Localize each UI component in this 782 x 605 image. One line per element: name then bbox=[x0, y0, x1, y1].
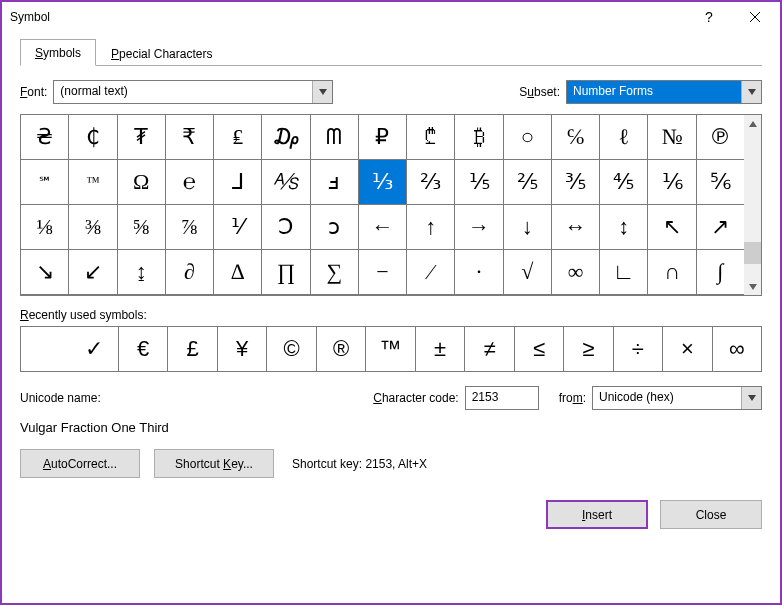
symbol-cell[interactable]: ᗰ bbox=[311, 115, 359, 160]
symbol-cell[interactable]: ∕ bbox=[407, 250, 455, 295]
symbol-cell[interactable]: ₽ bbox=[359, 115, 407, 160]
symbol-cell[interactable]: ↕ bbox=[600, 205, 648, 250]
recent-symbol-cell[interactable]: ✓ bbox=[69, 327, 118, 371]
symbol-cell[interactable]: ← bbox=[359, 205, 407, 250]
symbol-cell[interactable]: ℮ bbox=[166, 160, 214, 205]
symbol-cell[interactable]: ↙ bbox=[69, 250, 117, 295]
symbol-cell[interactable]: ₿ bbox=[455, 115, 503, 160]
symbol-cell[interactable]: ⅘ bbox=[600, 160, 648, 205]
recent-symbol-cell[interactable]: ® bbox=[317, 327, 366, 371]
font-dropdown-button[interactable] bbox=[312, 81, 332, 103]
char-code-label: Character code: bbox=[373, 391, 458, 405]
symbol-cell[interactable]: ⅜ bbox=[69, 205, 117, 250]
symbol-cell[interactable]: ₵ bbox=[69, 115, 117, 160]
symbol-cell[interactable]: ∑ bbox=[311, 250, 359, 295]
symbol-cell[interactable]: ℠ bbox=[21, 160, 69, 205]
scroll-thumb[interactable] bbox=[744, 242, 761, 264]
symbol-cell[interactable]: ℓ bbox=[600, 115, 648, 160]
symbol-cell[interactable]: ○ bbox=[504, 115, 552, 160]
symbol-cell[interactable]: ₯ bbox=[262, 115, 310, 160]
symbol-cell[interactable]: ₹ bbox=[166, 115, 214, 160]
from-combobox[interactable]: Unicode (hex) bbox=[592, 386, 762, 410]
symbol-cell[interactable]: ∏ bbox=[262, 250, 310, 295]
unicode-name-value: Vulgar Fraction One Third bbox=[20, 420, 762, 435]
close-button[interactable]: Close bbox=[660, 500, 762, 529]
recent-symbol-cell[interactable]: ¥ bbox=[218, 327, 267, 371]
symbol-cell[interactable]: ↄ bbox=[311, 205, 359, 250]
recent-symbol-cell[interactable]: ÷ bbox=[614, 327, 663, 371]
symbol-cell[interactable]: ∂ bbox=[166, 250, 214, 295]
symbol-cell[interactable]: ℅ bbox=[552, 115, 600, 160]
symbol-cell[interactable]: − bbox=[359, 250, 407, 295]
recent-symbol-cell[interactable]: × bbox=[663, 327, 712, 371]
help-button[interactable]: ? bbox=[686, 2, 732, 32]
symbol-cell[interactable]: Ↄ bbox=[262, 205, 310, 250]
close-window-button[interactable] bbox=[732, 2, 778, 32]
recent-symbol-cell[interactable]: € bbox=[119, 327, 168, 371]
scroll-down-button[interactable] bbox=[744, 278, 761, 295]
symbol-cell[interactable]: ⅎ bbox=[311, 160, 359, 205]
symbol-cell[interactable]: ∞ bbox=[552, 250, 600, 295]
symbol-cell[interactable]: ∆ bbox=[214, 250, 262, 295]
symbol-cell[interactable]: ⅝ bbox=[118, 205, 166, 250]
char-code-input[interactable]: 2153 bbox=[465, 386, 539, 410]
symbol-cell[interactable]: ⅛ bbox=[21, 205, 69, 250]
recent-symbol-cell[interactable]: ≠ bbox=[465, 327, 514, 371]
symbol-cell[interactable]: ∟ bbox=[600, 250, 648, 295]
symbol-cell[interactable]: → bbox=[455, 205, 503, 250]
symbol-cell[interactable]: ⅗ bbox=[552, 160, 600, 205]
symbol-cell[interactable]: ↗ bbox=[697, 205, 744, 250]
recent-symbol-cell[interactable]: © bbox=[267, 327, 316, 371]
symbol-cell[interactable]: ↓ bbox=[504, 205, 552, 250]
recent-symbol-cell[interactable]: ≥ bbox=[564, 327, 613, 371]
recent-symbol-cell[interactable]: ∞ bbox=[713, 327, 761, 371]
symbol-cell[interactable]: ⅕ bbox=[455, 160, 503, 205]
recent-symbol-cell[interactable]: ™ bbox=[366, 327, 415, 371]
scroll-up-button[interactable] bbox=[744, 115, 761, 132]
symbol-cell[interactable]: ∙ bbox=[455, 250, 503, 295]
scroll-track[interactable] bbox=[744, 132, 761, 278]
tab-symbols[interactable]: Symbols bbox=[20, 39, 96, 66]
font-combobox[interactable]: (normal text) bbox=[53, 80, 333, 104]
symbol-cell[interactable]: ⅓ bbox=[359, 160, 407, 205]
symbol-cell[interactable]: № bbox=[648, 115, 696, 160]
symbol-cell[interactable]: ₮ bbox=[118, 115, 166, 160]
symbol-cell[interactable]: ↔ bbox=[552, 205, 600, 250]
symbol-cell[interactable]: ∫ bbox=[697, 250, 744, 295]
symbol-cell[interactable]: ⅖ bbox=[504, 160, 552, 205]
recent-symbol-cell[interactable] bbox=[21, 327, 69, 371]
symbol-cell[interactable]: ₾ bbox=[407, 115, 455, 160]
symbol-cell[interactable]: ™ bbox=[69, 160, 117, 205]
symbol-cell[interactable]: ⅙ bbox=[648, 160, 696, 205]
symbol-cell[interactable]: ₤ bbox=[214, 115, 262, 160]
symbol-cell[interactable]: ⅍ bbox=[262, 160, 310, 205]
recent-symbol-cell[interactable]: ± bbox=[416, 327, 465, 371]
recent-symbol-cell[interactable]: £ bbox=[168, 327, 217, 371]
close-icon bbox=[750, 12, 760, 22]
symbol-cell[interactable]: ℗ bbox=[697, 115, 744, 160]
grid-scrollbar[interactable] bbox=[744, 115, 761, 295]
chevron-down-icon bbox=[319, 89, 327, 95]
recent-symbols-row: ✓€£¥©®™±≠≤≥÷×∞ bbox=[20, 326, 762, 372]
symbol-cell[interactable]: ⅔ bbox=[407, 160, 455, 205]
tab-special-characters[interactable]: Ppecial Characters bbox=[96, 40, 227, 66]
autocorrect-button[interactable]: AutoCorrect... bbox=[20, 449, 140, 478]
symbol-cell[interactable]: ₴ bbox=[21, 115, 69, 160]
subset-combobox[interactable]: Number Forms bbox=[566, 80, 762, 104]
symbol-cell[interactable]: Ω bbox=[118, 160, 166, 205]
symbol-cell[interactable]: ∩ bbox=[648, 250, 696, 295]
recent-symbol-cell[interactable]: ≤ bbox=[515, 327, 564, 371]
symbol-cell[interactable]: ⅃ bbox=[214, 160, 262, 205]
symbol-cell[interactable]: ⅚ bbox=[697, 160, 744, 205]
symbol-cell[interactable]: ↖ bbox=[648, 205, 696, 250]
from-dropdown-button[interactable] bbox=[741, 387, 761, 409]
symbol-cell[interactable]: ↨ bbox=[118, 250, 166, 295]
symbol-cell[interactable]: ⅟ bbox=[214, 205, 262, 250]
symbol-cell[interactable]: √ bbox=[504, 250, 552, 295]
symbol-cell[interactable]: ↑ bbox=[407, 205, 455, 250]
subset-dropdown-button[interactable] bbox=[741, 81, 761, 103]
symbol-cell[interactable]: ↘ bbox=[21, 250, 69, 295]
shortcut-key-button[interactable]: Shortcut Key... bbox=[154, 449, 274, 478]
insert-button[interactable]: Insert bbox=[546, 500, 648, 529]
symbol-cell[interactable]: ⅞ bbox=[166, 205, 214, 250]
